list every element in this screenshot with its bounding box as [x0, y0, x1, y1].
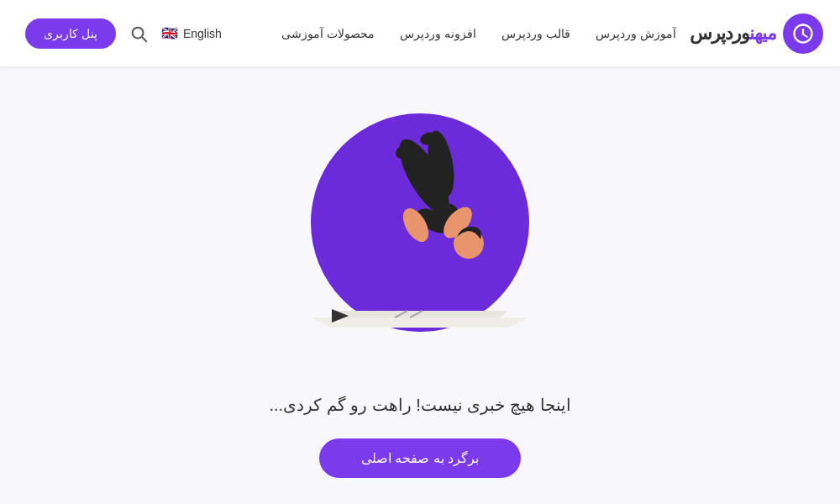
error-message: اینجا هیچ خبری نیست! راهت رو گم کردی...: [269, 395, 570, 415]
illustration: [286, 101, 554, 370]
svg-marker-3: [311, 318, 529, 328]
nav-item-wordpress-themes[interactable]: قالب وردپرس: [501, 27, 570, 40]
english-label: English: [183, 27, 222, 40]
nav-item-wordpress-plugins[interactable]: افزونه وردپرس: [400, 27, 476, 40]
search-icon: [129, 24, 148, 43]
search-button[interactable]: [129, 24, 148, 43]
nav-item-educational-products[interactable]: محصولات آموزشی: [281, 27, 375, 40]
logo[interactable]: میهنوردپرس: [690, 13, 823, 54]
back-to-home-button[interactable]: برگرد به صفحه اصلی: [319, 438, 521, 478]
svg-line-1: [142, 37, 146, 41]
user-panel-button[interactable]: پنل کاربری: [25, 18, 116, 49]
logo-text: میهنوردپرس: [690, 23, 776, 45]
nav-item-wordpress-training[interactable]: آموزش وردپرس: [596, 27, 676, 40]
header-left: English 🇬🇧 پنل کاربری: [25, 18, 222, 49]
illustration-svg: [286, 101, 554, 370]
svg-point-0: [133, 27, 144, 38]
main-nav: آموزش وردپرس قالب وردپرس افزونه وردپرس م…: [281, 27, 676, 40]
english-language-link[interactable]: English 🇬🇧: [161, 25, 222, 41]
header-right: میهنوردپرس آموزش وردپرس قالب وردپرس افزو…: [281, 13, 823, 54]
header: میهنوردپرس آموزش وردپرس قالب وردپرس افزو…: [0, 0, 840, 67]
main-content: اینجا هیچ خبری نیست! راهت رو گم کردی... …: [0, 67, 840, 495]
logo-icon: [791, 22, 815, 45]
logo-circle: [783, 13, 823, 54]
uk-flag-icon: 🇬🇧: [161, 25, 178, 41]
